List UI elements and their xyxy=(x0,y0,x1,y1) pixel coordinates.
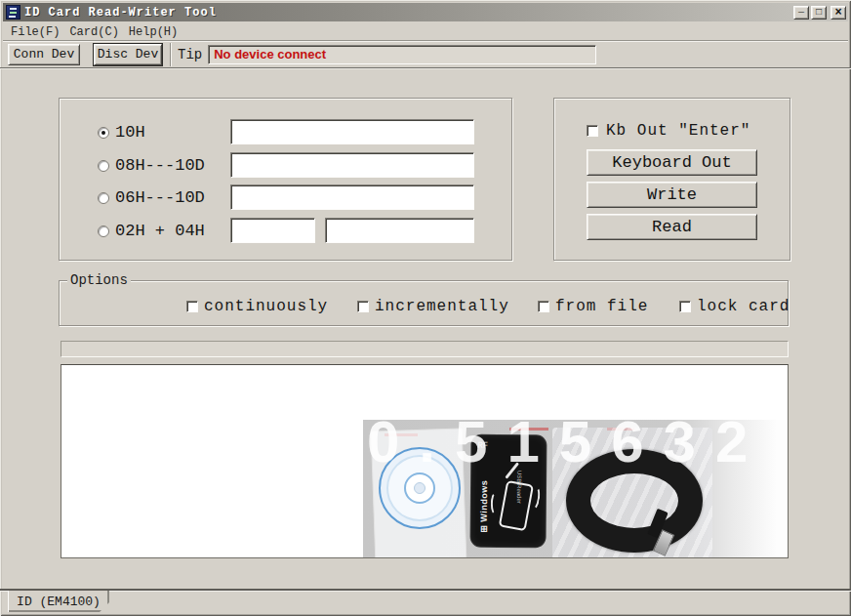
radio-02h-04h-label: 02H + 04H xyxy=(115,222,205,240)
product-photo: RF USB Reader ⊞ Windows 0.515632 xyxy=(363,420,789,558)
toolbar-divider xyxy=(0,67,851,69)
progress-bar xyxy=(61,341,789,357)
menu-item-file[interactable]: File(F) xyxy=(6,24,64,40)
maximize-button[interactable]: □ xyxy=(811,6,827,20)
radio-02h-04h[interactable] xyxy=(98,226,109,237)
tip-message: No device connect xyxy=(214,47,326,62)
disconnect-device-button[interactable]: Disc Dev xyxy=(94,44,162,65)
option-lock-card-checkbox[interactable] xyxy=(679,301,691,312)
minimize-button[interactable]: _ xyxy=(793,6,809,20)
toolbar-separator xyxy=(170,43,172,66)
app-icon xyxy=(6,5,20,20)
option-continuously-label: continuously xyxy=(204,298,328,315)
data-input-08h-10d[interactable] xyxy=(230,152,474,178)
reader-card-graphic xyxy=(499,480,534,531)
radio-06h-10d-label: 06H---10D xyxy=(115,188,205,207)
radio-10h-label: 10H xyxy=(115,123,145,142)
reader-windows-logo: ⊞ Windows xyxy=(479,480,489,533)
data-input-02h[interactable] xyxy=(230,218,315,243)
cd-hole xyxy=(414,482,426,494)
preview-panel: RF USB Reader ⊞ Windows 0.515632 xyxy=(61,364,789,558)
data-input-06h-10d[interactable] xyxy=(230,185,474,210)
kb-out-checkbox[interactable] xyxy=(587,125,598,137)
card-data-group: 10H 08H---10D 06H---10D 02H + 04H xyxy=(59,98,512,261)
option-incrementally-label: incrementally xyxy=(375,298,509,315)
option-from-file-label: from file xyxy=(555,298,648,315)
option-continuously-checkbox[interactable] xyxy=(186,301,198,312)
read-button[interactable]: Read xyxy=(587,214,757,240)
tip-label: Tip xyxy=(178,47,202,62)
radio-08h-10d-label: 08H---10D xyxy=(115,156,205,175)
kb-out-label: Kb Out ″Enter″ xyxy=(606,122,750,140)
option-lock-card-label: lock card xyxy=(697,298,790,315)
window-controls: _ □ × xyxy=(793,6,846,20)
connect-device-button[interactable]: Conn Dev xyxy=(8,44,80,65)
reader-signal-arc xyxy=(491,492,501,515)
option-from-file-checkbox[interactable] xyxy=(538,301,549,312)
menu-item-help[interactable]: Help(H) xyxy=(124,24,182,40)
option-incrementally-checkbox[interactable] xyxy=(357,301,369,312)
data-input-04h[interactable] xyxy=(325,218,474,243)
keyboard-out-button[interactable]: Keyboard Out xyxy=(587,149,757,176)
toolbar: Conn Dev Disc Dev Tip No device connect xyxy=(3,42,848,66)
tab-label: ID (EM4100) xyxy=(17,595,101,609)
data-input-10h[interactable] xyxy=(230,119,474,144)
action-group: Kb Out ″Enter″ Keyboard Out Write Read xyxy=(553,98,790,261)
app-window: ID Card Read-Writer Tool _ □ × File(F) C… xyxy=(0,0,851,616)
menu-bar: File(F) Card(C) Help(H) xyxy=(3,23,848,40)
options-group: Options continuously incrementally from … xyxy=(59,280,789,326)
watermark-text: 0.515632 xyxy=(367,420,767,475)
radio-08h-10d[interactable] xyxy=(98,160,109,172)
id-card-tab[interactable]: ID (EM4100) xyxy=(8,591,109,612)
options-group-title: Options xyxy=(67,272,131,288)
radio-06h-10d[interactable] xyxy=(98,192,109,204)
sheet-divider-highlight xyxy=(0,591,851,592)
close-button[interactable]: × xyxy=(831,6,846,20)
write-button[interactable]: Write xyxy=(587,182,757,208)
window-title: ID Card Read-Writer Tool xyxy=(24,6,217,20)
tip-message-field: No device connect xyxy=(208,45,596,64)
title-bar: ID Card Read-Writer Tool _ □ × xyxy=(3,3,848,21)
menu-item-card[interactable]: Card(C) xyxy=(64,24,123,40)
cd-hub xyxy=(404,472,435,504)
radio-10h[interactable] xyxy=(98,127,109,139)
